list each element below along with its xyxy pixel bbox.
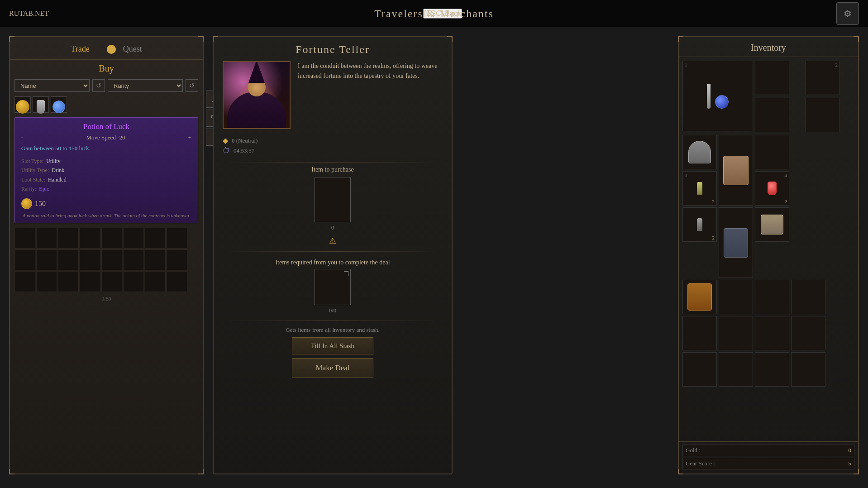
left-slot[interactable] [145,228,166,249]
left-slot[interactable] [101,228,122,249]
orb-item [715,95,729,109]
left-slot[interactable] [14,228,35,249]
inv-col-right: 4 2 [755,135,789,278]
inv-slot-1[interactable]: 1 [682,61,753,131]
inv-col-center [719,135,753,278]
purchase-slot[interactable] [315,177,351,222]
inv-slot-e3[interactable] [755,316,789,350]
inv-slot-1b[interactable]: 2 [806,61,840,95]
tab-trade[interactable]: Trade [67,43,93,56]
inv-slot-helm[interactable] [682,135,717,169]
bullet-item-2 [697,218,702,231]
left-slot[interactable] [145,271,166,292]
reputation-value: 0 (Neutral) [232,137,258,144]
left-slot[interactable] [80,228,100,249]
left-bottom-label: 0/80 [10,294,203,304]
gets-items-label: Gets items from all inventory and stash. [286,326,380,334]
inv-slot-1c[interactable] [755,98,789,132]
inv-slot-e1[interactable] [682,316,717,350]
potion-stack: 2 [785,199,787,204]
gold-coin-icon [21,198,32,209]
item-cost: 150 [21,198,191,209]
orb-icon [52,100,65,113]
inv-slot-r2[interactable]: 4 2 [755,171,789,206]
inv-slot-1a[interactable] [755,61,789,95]
tab-quest[interactable]: Quest [119,43,146,56]
fill-stash-button[interactable]: Fill In All Stash [292,337,373,354]
flask-icon [37,100,45,114]
filter-row: Name ↺ Rarity ↺ [10,77,203,95]
left-slot[interactable] [123,228,144,249]
left-slot[interactable] [101,271,122,292]
left-slot[interactable] [80,271,100,292]
selected-item-panel: Potion of Luck - Move Speed -20 + Gain b… [14,117,198,223]
items-required-label: Items required from you to complete the … [275,259,390,266]
loot-state-value: Handled [48,175,67,184]
left-slot[interactable] [58,228,79,249]
stat-minus[interactable]: - [21,134,23,141]
inv-slot-boots[interactable] [755,207,789,242]
settings-icon-button[interactable]: ⚙ [836,2,859,25]
gold-value: 0 [849,447,852,454]
left-slot[interactable] [36,228,57,249]
item-name[interactable]: Potion of Luck [21,122,191,131]
left-slot[interactable] [58,271,79,292]
item-icons-row [10,95,203,115]
rarity-filter[interactable]: Rarity [108,79,183,92]
left-slot[interactable] [145,249,166,270]
backpack-item [687,283,712,311]
make-deal-button[interactable]: Make Deal [292,358,373,378]
purchase-count: 0 [331,224,334,231]
inv-slot-f3[interactable] [755,352,789,387]
inv-slot-bullets[interactable]: 3 2 [682,171,717,206]
left-slot[interactable] [123,271,144,292]
inv-slot-e4[interactable] [791,316,825,350]
left-slot[interactable] [58,249,79,270]
filter-item-slot-1[interactable] [14,96,31,113]
left-slot[interactable] [167,271,187,292]
gold-label: Gold : [686,447,701,454]
required-slot[interactable] [315,269,351,305]
item-flavor-text: A potion said to bring good luck when dr… [21,213,191,218]
inv-slot-r3c[interactable] [791,280,825,314]
inventory-stats: Gold : 0 Gear Score : 5 [679,441,858,474]
inv-slot-ammo[interactable]: 2 [682,207,717,242]
inv-slot-f2[interactable] [719,352,753,387]
filter-item-slot-3[interactable] [51,96,67,113]
name-filter[interactable]: Name [14,79,90,92]
left-slot[interactable] [167,249,187,270]
inv-slot-f1[interactable] [682,352,717,387]
inv-slot-pants[interactable] [719,207,753,278]
inv-slot-r3a[interactable] [719,280,753,314]
inv-slot-f4[interactable] [791,352,825,387]
left-slot[interactable] [123,249,144,270]
divider-3 [225,321,439,321]
left-slot[interactable] [36,271,57,292]
ammo-stack: 2 [712,235,715,240]
inv-slot-r3b[interactable] [755,280,789,314]
filter-item-slot-2[interactable] [33,96,49,113]
inv-slot-chest[interactable] [719,135,753,206]
left-slot[interactable] [101,249,122,270]
left-slot[interactable] [80,249,100,270]
inv-slot-backpack[interactable] [682,280,717,314]
left-slot[interactable] [167,228,187,249]
right-panel: Inventory 1 2 [678,36,859,474]
inv-slot-e2[interactable] [719,316,753,350]
item-to-purchase-label: Item to purchase [311,166,353,173]
inv-row-4 [682,316,854,350]
pants-item [724,228,748,258]
left-slot[interactable] [14,249,35,270]
warning-icon: ⚠ [329,236,336,246]
refresh-rarity-filter[interactable]: ↺ [186,79,198,92]
reputation-icon: ◆ [223,136,228,145]
left-slot[interactable] [14,271,35,292]
inv-slot-1d[interactable] [806,98,840,132]
refresh-name-filter[interactable]: ↺ [92,79,105,92]
glove-item [688,141,711,163]
stat-plus[interactable]: + [188,134,191,141]
inv-slot-r1[interactable] [755,135,789,169]
npc-cloak [227,92,286,128]
bullet-item [697,182,702,195]
left-slot[interactable] [36,249,57,270]
